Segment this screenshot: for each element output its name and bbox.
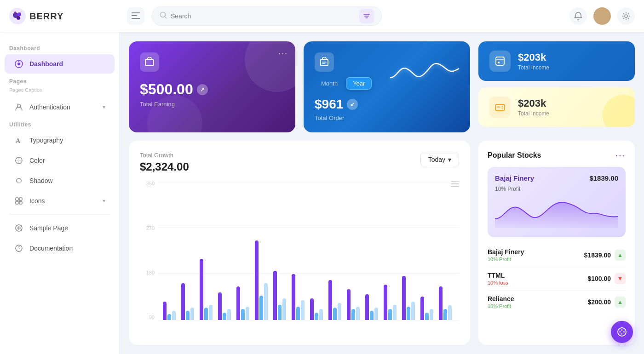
svg-rect-33	[145, 59, 154, 66]
svg-rect-40	[497, 106, 500, 108]
bar-group	[255, 240, 270, 320]
stock-right: $200.00 ▲	[587, 297, 626, 308]
bar-lightblue	[264, 283, 268, 320]
filter-button[interactable]	[359, 9, 374, 23]
bar-blue	[204, 308, 208, 320]
bar-purple	[347, 289, 351, 320]
search-icon	[160, 11, 167, 21]
stock-price: $1839.00	[584, 251, 611, 259]
today-chevron: ▾	[448, 156, 451, 163]
bar-group	[402, 276, 418, 320]
svg-point-4	[14, 11, 16, 13]
bar-purple	[420, 297, 424, 320]
svg-point-14	[598, 17, 606, 22]
svg-rect-25	[19, 198, 22, 200]
icons-icon	[14, 196, 24, 206]
svg-rect-7	[132, 18, 140, 19]
order-card-icon	[315, 52, 334, 72]
earning-card-menu[interactable]: ···	[278, 49, 288, 58]
svg-point-44	[618, 328, 626, 336]
bar-purple	[439, 286, 443, 320]
stock-row[interactable]: TTML 10% loss $100.00 ▼	[488, 267, 626, 291]
growth-header: Total Growth $2,324.00 Today ▾	[140, 152, 459, 173]
settings-button[interactable]	[617, 7, 635, 25]
sidebar-item-typography[interactable]: A Typography	[5, 131, 115, 150]
bar-blue	[223, 313, 226, 320]
featured-stock-name: Bajaj Finery	[495, 174, 534, 182]
svg-rect-48	[623, 331, 625, 332]
bar-blue	[388, 309, 392, 320]
svg-text:A: A	[16, 137, 21, 144]
svg-rect-27	[19, 201, 22, 204]
dashboard-label: Dashboard	[29, 60, 63, 68]
bottom-row: Total Growth $2,324.00 Today ▾ 360	[129, 141, 635, 345]
sidebar-item-documentation[interactable]: ? Documentation	[5, 239, 115, 258]
sidebar-item-authentication[interactable]: Authentication ▾	[5, 97, 115, 117]
bar-group	[439, 286, 454, 320]
bar-lightblue	[282, 298, 286, 320]
sidebar-item-shadow[interactable]: Shadow	[5, 171, 115, 190]
sample-icon	[14, 223, 24, 233]
svg-point-2	[17, 12, 21, 16]
sidebar-item-dashboard[interactable]: Dashboard	[5, 54, 115, 74]
stock-info: TTML 10% loss	[488, 272, 508, 285]
stat-blue-text: $203k Total Income	[518, 51, 549, 71]
stat-blue-icon	[489, 51, 511, 72]
stock-list: Bajaj Finery 10% Profit $1839.00 ▲ TTML …	[488, 244, 626, 314]
avatar[interactable]	[593, 7, 611, 25]
fab-button[interactable]	[611, 321, 633, 343]
sidebar-item-color[interactable]: Color	[5, 151, 115, 170]
stock-row[interactable]: Reliance 10% Profit $200.00 ▲	[488, 291, 626, 314]
sidebar-item-sample[interactable]: Sample Page	[5, 218, 115, 238]
featured-stock-card: Bajaj Finery $1839.00 10% Profit	[488, 167, 626, 237]
featured-stock-chart	[495, 196, 618, 228]
bar-group	[200, 259, 215, 320]
stat-yellow-text: $203k Total Income	[518, 97, 549, 117]
svg-rect-45	[621, 329, 622, 331]
order-card: Month Year $961 ↙ Total Order	[304, 41, 470, 132]
stock-trend-badge: ▼	[615, 273, 626, 284]
stock-price: $200.00	[587, 298, 611, 306]
svg-line-9	[165, 17, 167, 18]
shadow-icon	[14, 176, 24, 186]
bar-group	[420, 297, 436, 320]
bar-purple	[236, 286, 240, 320]
documentation-label: Documentation	[29, 245, 73, 252]
menu-button[interactable]	[127, 7, 144, 25]
bar-group	[310, 298, 326, 320]
bar-lightblue	[227, 309, 231, 320]
today-button[interactable]: Today ▾	[420, 152, 459, 167]
stock-trend-badge: ▲	[615, 297, 626, 308]
logo-icon	[9, 8, 26, 24]
toggle-year-button[interactable]: Year	[346, 77, 372, 90]
bar-lightblue	[356, 307, 360, 320]
growth-title: Total Growth	[140, 152, 189, 159]
search-input[interactable]	[171, 12, 356, 20]
bar-blue	[351, 309, 355, 320]
bar-purple	[218, 292, 222, 320]
bar-group	[181, 283, 197, 320]
bar-blue	[407, 307, 410, 320]
stocks-more-button[interactable]: ···	[615, 150, 626, 160]
shadow-label: Shadow	[29, 177, 53, 184]
notification-button[interactable]	[569, 7, 587, 25]
icons-chevron: ▾	[103, 198, 105, 204]
svg-rect-34	[321, 59, 328, 66]
toggle-month-button[interactable]: Month	[315, 77, 344, 90]
stock-change: 10% loss	[488, 280, 508, 285]
svg-point-23	[17, 182, 22, 183]
search-bar	[152, 6, 382, 26]
stock-change: 10% Profit	[488, 257, 524, 262]
sidebar-item-icons[interactable]: Icons ▾	[5, 191, 115, 211]
chart-area: 360 270 180 90	[140, 181, 459, 334]
svg-rect-26	[16, 201, 18, 204]
bar-lightblue	[209, 305, 213, 320]
today-label: Today	[428, 156, 445, 163]
bar-blue	[278, 305, 282, 320]
stock-row[interactable]: Bajaj Finery 10% Profit $1839.00 ▲	[488, 244, 626, 267]
bar-blue	[296, 307, 300, 320]
authentication-chevron: ▾	[103, 104, 105, 110]
authentication-icon	[14, 102, 24, 112]
svg-rect-37	[496, 57, 504, 65]
stock-info: Reliance 10% Profit	[488, 295, 514, 309]
